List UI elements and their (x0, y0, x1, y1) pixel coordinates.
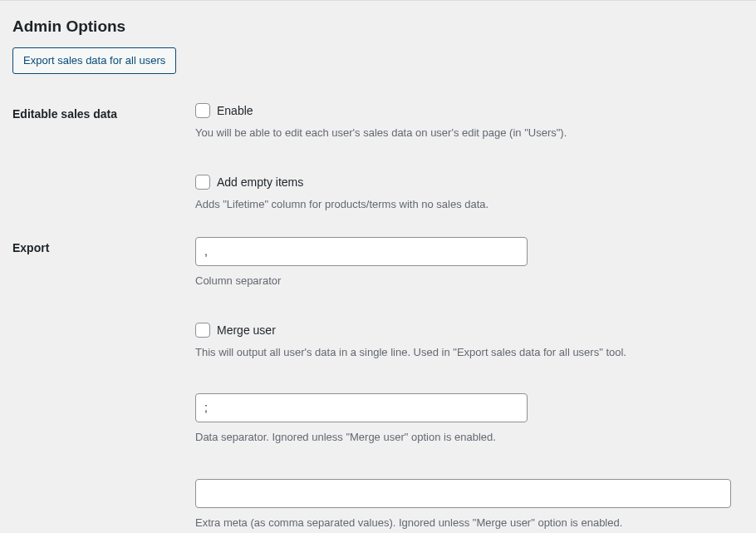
enable-checkbox[interactable] (195, 103, 210, 118)
editable-sales-data-label: Editable sales data (12, 91, 195, 225)
extra-meta-description: Extra meta (as comma separated values). … (195, 515, 731, 531)
merge-user-label[interactable]: Merge user (195, 323, 731, 338)
merge-user-text: Merge user (217, 323, 276, 337)
add-empty-items-text: Add empty items (217, 175, 303, 189)
extra-meta-input[interactable] (195, 479, 731, 508)
export-sales-button[interactable]: Export sales data for all users (12, 47, 176, 74)
data-separator-description: Data separator. Ignored unless "Merge us… (195, 429, 731, 446)
merge-user-checkbox[interactable] (195, 323, 210, 338)
page-title: Admin Options (12, 17, 739, 36)
add-empty-items-checkbox[interactable] (195, 175, 210, 190)
enable-description: You will be able to edit each user's sal… (195, 125, 731, 141)
column-separator-input[interactable] (195, 237, 528, 266)
column-separator-description: Column separator (195, 273, 731, 289)
enable-checkbox-label[interactable]: Enable (195, 103, 731, 118)
add-empty-items-label[interactable]: Add empty items (195, 175, 731, 190)
merge-user-description: This will output all user's data in a si… (195, 344, 731, 361)
enable-checkbox-text: Enable (217, 104, 253, 117)
export-label: Export (12, 225, 195, 533)
add-empty-items-description: Adds "Lifetime" column for products/term… (195, 196, 731, 213)
data-separator-input[interactable] (195, 393, 528, 422)
